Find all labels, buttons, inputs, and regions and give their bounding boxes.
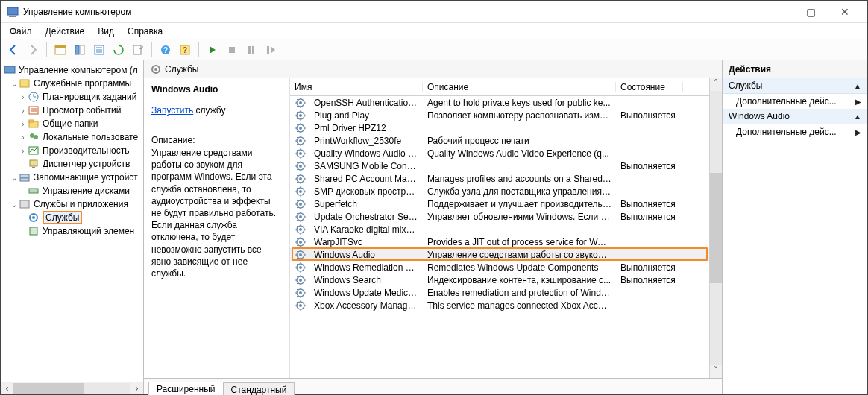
column-name[interactable]: Имя [290, 82, 423, 92]
description-heading: Описание: [151, 135, 282, 145]
app-icon [7, 6, 19, 18]
tree-local-users[interactable]: › Локальные пользовате [1, 130, 144, 144]
tree-task-scheduler[interactable]: › Планировщик заданий [1, 90, 144, 104]
service-row[interactable]: Windows AudioУправление средствами работ… [290, 248, 709, 261]
gear-icon [295, 287, 306, 299]
actions-group-windows-audio[interactable]: Windows Audio▲ [723, 109, 867, 124]
scroll-thumb[interactable] [13, 383, 84, 394]
service-row[interactable]: SMP дисковых пространст...Служба узла дл… [290, 185, 709, 197]
list-vertical-scrollbar[interactable]: ˄ ˅ [709, 78, 722, 378]
restart-service-button[interactable] [262, 42, 279, 58]
svg-rect-40 [30, 227, 37, 235]
service-row[interactable]: Windows Remediation Servi...Remediates W… [290, 261, 709, 274]
menu-action[interactable]: Действие [40, 25, 91, 38]
scroll-down-button[interactable]: ˅ [710, 365, 722, 378]
svg-rect-24 [29, 107, 38, 114]
menu-file[interactable]: Файл [4, 25, 38, 38]
service-name: Pml Driver HPZ12 [309, 123, 423, 133]
service-row[interactable]: VIA Karaoke digital mixer Se... [290, 223, 709, 236]
export-list-button[interactable] [130, 42, 146, 58]
service-row[interactable]: Update Orchestrator ServiceУправляет обн… [290, 210, 709, 223]
help2-button[interactable]: ? [177, 42, 193, 58]
navigation-tree[interactable]: Управление компьютером (л ⌄ Служебные пр… [1, 60, 144, 382]
column-state[interactable]: Состояние [616, 82, 683, 92]
start-service-link[interactable]: Запустить [151, 105, 193, 116]
help-button[interactable]: ? [157, 42, 174, 58]
tree-wmi-control[interactable]: Управляющий элемен [1, 224, 144, 238]
service-row[interactable]: Quality Windows Audio Vid...Quality Wind… [290, 147, 709, 159]
gear-icon [295, 110, 306, 121]
tree-root[interactable]: Управление компьютером (л [1, 63, 144, 77]
service-row[interactable]: Plug and PlayПозволяет компьютеру распоз… [290, 109, 709, 121]
service-name: Superfetch [309, 199, 423, 209]
tree-disk-management[interactable]: Управление дисками [1, 184, 144, 197]
service-state: Выполняется [616, 161, 683, 171]
properties-button[interactable] [72, 42, 88, 58]
actions-more-services[interactable]: Дополнительные дейс...▶ [723, 94, 867, 109]
service-row[interactable]: WarpJITSvcProvides a JIT out of process … [290, 236, 709, 248]
scroll-right-button[interactable]: › [130, 383, 143, 394]
service-row[interactable]: SAMSUNG Mobile Connecti...Выполняется [290, 159, 709, 172]
service-row[interactable]: Pml Driver HPZ12 [290, 121, 709, 134]
service-description: Позволяет компьютеру распознавать изме..… [423, 110, 616, 121]
tree-event-viewer[interactable]: › Просмотр событий [1, 104, 144, 117]
stop-service-button[interactable] [224, 42, 240, 58]
tree-device-manager[interactable]: ↘ Диспетчер устройств [1, 157, 144, 171]
pause-service-button[interactable] [243, 42, 260, 58]
menu-view[interactable]: Вид [92, 25, 120, 38]
svg-rect-35 [20, 178, 29, 181]
maximize-button[interactable]: ▢ [794, 1, 828, 23]
minimize-button[interactable]: — [761, 1, 794, 23]
back-button[interactable] [5, 42, 22, 58]
gear-icon [150, 63, 162, 75]
service-row[interactable]: PrintWorkflow_2530feРабочий процесс печа… [290, 134, 709, 147]
service-state: Выполняется [616, 262, 683, 273]
scroll-up-button[interactable]: ˄ [710, 78, 722, 91]
toolbar: ? ? [1, 40, 867, 60]
service-row[interactable]: Xbox Accessory Manageme...This service m… [290, 299, 709, 312]
menu-help[interactable]: Справка [122, 25, 169, 38]
svg-point-30 [34, 135, 38, 139]
collapse-icon: ▲ [854, 113, 861, 121]
tree-shared-folders[interactable]: › Общие папки [1, 117, 144, 130]
svg-text:?: ? [183, 46, 187, 54]
actions-more-windows-audio[interactable]: Дополнительные дейс...▶ [723, 124, 867, 139]
detail-service-name: Windows Audio [151, 84, 282, 95]
tree-services[interactable]: Службы [1, 211, 144, 224]
scroll-left-button[interactable]: ‹ [1, 383, 13, 394]
service-row[interactable]: Windows SearchИндексирование контента, к… [290, 274, 709, 286]
start-service-button[interactable] [204, 42, 221, 58]
tree-storage[interactable]: ⌄ Запоминающие устройст [1, 171, 144, 184]
service-state: Выполняется [616, 199, 683, 209]
export-button[interactable] [91, 42, 107, 58]
service-description: Quality Windows Audio Video Experience (… [423, 148, 616, 159]
tree-system-tools[interactable]: ⌄ Служебные программы [1, 77, 144, 90]
service-row[interactable]: Windows Update Medic Ser...Enables remed… [290, 286, 709, 299]
column-description[interactable]: Описание [423, 82, 616, 92]
service-row[interactable]: SuperfetchПоддерживает и улучшает произв… [290, 197, 709, 210]
svg-point-66 [299, 241, 302, 244]
tab-extended[interactable]: Расширенный [148, 382, 224, 395]
service-row[interactable]: Shared PC Account ManagerManages profile… [290, 172, 709, 185]
scroll-thumb[interactable] [710, 173, 722, 282]
svg-rect-19 [4, 66, 15, 73]
detail-view-tabs: Расширенный Стандартный [144, 378, 722, 394]
gear-icon [295, 122, 306, 134]
tree-horizontal-scrollbar[interactable]: ‹ › [1, 382, 143, 394]
service-row[interactable]: OpenSSH Authentication A...Agent to hold… [290, 96, 709, 109]
service-description: Управление средствами работы со звуком .… [423, 250, 616, 260]
close-button[interactable]: ✕ [828, 1, 861, 23]
refresh-button[interactable] [110, 42, 127, 58]
tab-standard[interactable]: Стандартный [223, 382, 295, 395]
gear-icon [295, 135, 306, 147]
actions-group-services[interactable]: Службы▲ [723, 78, 867, 94]
svg-point-70 [299, 266, 302, 269]
svg-point-42 [154, 68, 157, 71]
services-list[interactable]: OpenSSH Authentication A...Agent to hold… [290, 96, 709, 378]
tree-performance[interactable]: › Производительность [1, 144, 144, 157]
tree-services-apps[interactable]: ⌄ ↘ Службы и приложения [1, 197, 144, 211]
service-name: WarpJITSvc [309, 237, 423, 247]
show-hide-tree-button[interactable] [52, 42, 69, 58]
forward-button[interactable] [25, 42, 41, 58]
svg-point-52 [299, 152, 302, 155]
